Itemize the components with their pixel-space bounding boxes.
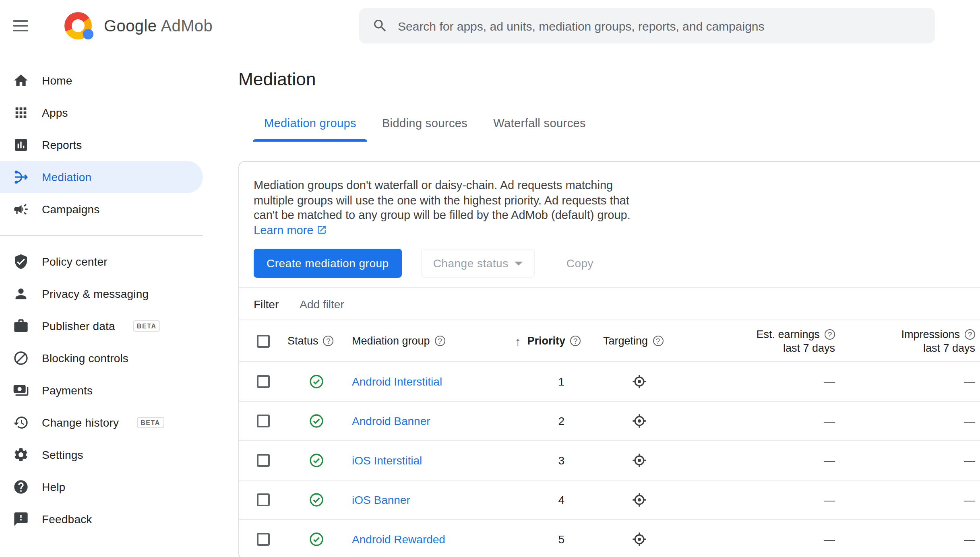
- sidebar-item-help[interactable]: Help: [0, 471, 203, 503]
- targeting-icon: [587, 531, 692, 547]
- sidebar-item-campaigns[interactable]: Campaigns: [0, 193, 203, 225]
- sidebar-item-label: Feedback: [42, 513, 92, 526]
- help-icon[interactable]: [825, 329, 835, 339]
- column-targeting-label: Targeting: [603, 335, 648, 347]
- sidebar-divider: [0, 235, 203, 236]
- column-impressions: Impressions last 7 days: [861, 327, 980, 355]
- status-enabled-icon: [287, 413, 345, 429]
- mediation-icon: [13, 169, 29, 185]
- sidebar-item-home[interactable]: Home: [0, 64, 203, 97]
- targeting-icon: [587, 373, 692, 390]
- beta-badge: BETA: [136, 417, 164, 428]
- filter-row: Filter Add filter: [239, 288, 980, 320]
- chevron-down-icon: [515, 261, 523, 265]
- sidebar-item-mediation[interactable]: Mediation: [0, 161, 203, 193]
- sidebar-item-change-history[interactable]: Change history BETA: [0, 406, 203, 439]
- copy-button[interactable]: Copy: [554, 249, 606, 278]
- help-icon[interactable]: [965, 329, 975, 339]
- search-input[interactable]: [398, 19, 922, 33]
- sidebar-item-label: Reports: [42, 138, 82, 151]
- mediation-groups-card: Mediation groups don't waterfall or dais…: [238, 161, 980, 557]
- sidebar-item-label: Privacy & messaging: [42, 287, 149, 300]
- description-text: Mediation groups don't waterfall or dais…: [254, 179, 631, 221]
- status-enabled-icon: [287, 373, 345, 390]
- mediation-group-link[interactable]: Android Banner: [345, 415, 430, 427]
- card-description: Mediation groups don't waterfall or dais…: [239, 162, 650, 237]
- viewport-scaler: GoogleAdMob Home Apps Reports: [0, 0, 980, 557]
- sidebar-item-apps[interactable]: Apps: [0, 97, 203, 129]
- priority-value: 5: [503, 533, 587, 546]
- sidebar-item-payments[interactable]: Payments: [0, 374, 203, 406]
- brand-admob: AdMob: [161, 17, 213, 34]
- impressions-value: —: [964, 415, 975, 427]
- table-row: Android Interstitial 1 — —: [239, 362, 980, 402]
- row-checkbox[interactable]: [257, 375, 270, 388]
- help-icon[interactable]: [323, 336, 334, 346]
- impressions-value: —: [964, 533, 975, 546]
- sidebar-item-feedback[interactable]: Feedback: [0, 503, 203, 535]
- menu-icon[interactable]: [13, 10, 45, 42]
- sidebar-item-settings[interactable]: Settings: [0, 439, 203, 471]
- reports-icon: [13, 137, 29, 153]
- help-icon[interactable]: [435, 336, 445, 346]
- tab-bidding-sources[interactable]: Bidding sources: [369, 105, 480, 142]
- mediation-group-link[interactable]: iOS Interstitial: [345, 454, 422, 467]
- row-checkbox[interactable]: [257, 454, 270, 467]
- sidebar-item-label: Apps: [42, 106, 68, 119]
- tab-mediation-groups[interactable]: Mediation groups: [251, 105, 369, 142]
- est-earnings-value: —: [824, 493, 835, 506]
- row-checkbox[interactable]: [257, 415, 270, 427]
- sidebar-item-reports[interactable]: Reports: [0, 129, 203, 161]
- sidebar-item-policy-center[interactable]: Policy center: [0, 245, 203, 278]
- priority-value: 3: [503, 454, 587, 467]
- impressions-value: —: [964, 493, 975, 506]
- sidebar-item-label: Blocking controls: [42, 352, 128, 365]
- priority-value: 1: [503, 375, 587, 388]
- feedback-icon: [13, 511, 29, 527]
- campaigns-icon: [13, 201, 29, 217]
- help-icon[interactable]: [570, 336, 581, 346]
- sidebar-item-label: Campaigns: [42, 203, 99, 216]
- sidebar-item-blocking-controls[interactable]: Blocking controls: [0, 342, 203, 374]
- help-icon[interactable]: [653, 336, 663, 346]
- sidebar-item-label: Publisher data: [42, 320, 115, 332]
- targeting-icon: [587, 452, 692, 468]
- sidebar-item-label: Policy center: [42, 255, 108, 268]
- home-icon: [13, 72, 29, 89]
- change-status-button[interactable]: Change status: [421, 249, 535, 278]
- sidebar-item-label: Help: [42, 481, 65, 493]
- filter-label: Filter: [254, 297, 279, 310]
- status-enabled-icon: [287, 531, 345, 547]
- sidebar-item-privacy-messaging[interactable]: Privacy & messaging: [0, 278, 203, 310]
- search-bar[interactable]: [359, 8, 935, 43]
- sidebar-item-label: Home: [42, 74, 72, 87]
- row-checkbox[interactable]: [257, 493, 270, 506]
- est-earnings-value: —: [824, 454, 835, 467]
- sidebar-item-publisher-data[interactable]: Publisher data BETA: [0, 310, 203, 342]
- add-filter-button[interactable]: Add filter: [300, 297, 344, 310]
- apps-icon: [13, 105, 29, 121]
- tab-waterfall-sources[interactable]: Waterfall sources: [480, 105, 599, 142]
- block-icon: [13, 350, 29, 366]
- table-row: Android Banner 2 — —: [239, 402, 980, 441]
- brand-logo[interactable]: GoogleAdMob: [64, 12, 213, 39]
- targeting-icon: [587, 413, 692, 429]
- column-est-earnings-label: Est. earnings: [756, 327, 820, 341]
- brand-wordmark: GoogleAdMob: [104, 17, 213, 35]
- create-mediation-group-button[interactable]: Create mediation group: [254, 249, 402, 278]
- mediation-group-link[interactable]: Android Interstitial: [345, 375, 442, 388]
- learn-more-link[interactable]: Learn more: [254, 223, 327, 236]
- tab-bar: Mediation groups Bidding sources Waterfa…: [251, 105, 980, 142]
- help-circle-icon: [13, 479, 29, 495]
- column-status: Status: [287, 335, 345, 347]
- mediation-group-link[interactable]: iOS Banner: [345, 493, 410, 506]
- mediation-group-link[interactable]: Android Rewarded: [345, 533, 445, 546]
- sidebar: Home Apps Reports Mediation Campaigns: [0, 52, 225, 557]
- history-icon: [13, 415, 29, 431]
- row-checkbox[interactable]: [257, 533, 270, 546]
- column-priority-label: Priority: [527, 335, 565, 347]
- column-priority[interactable]: ↑ Priority: [503, 334, 587, 347]
- table-row: iOS Interstitial 3 — —: [239, 441, 980, 481]
- select-all-checkbox[interactable]: [257, 334, 270, 347]
- table-header: Status Mediation group ↑ Priority Target…: [239, 320, 980, 362]
